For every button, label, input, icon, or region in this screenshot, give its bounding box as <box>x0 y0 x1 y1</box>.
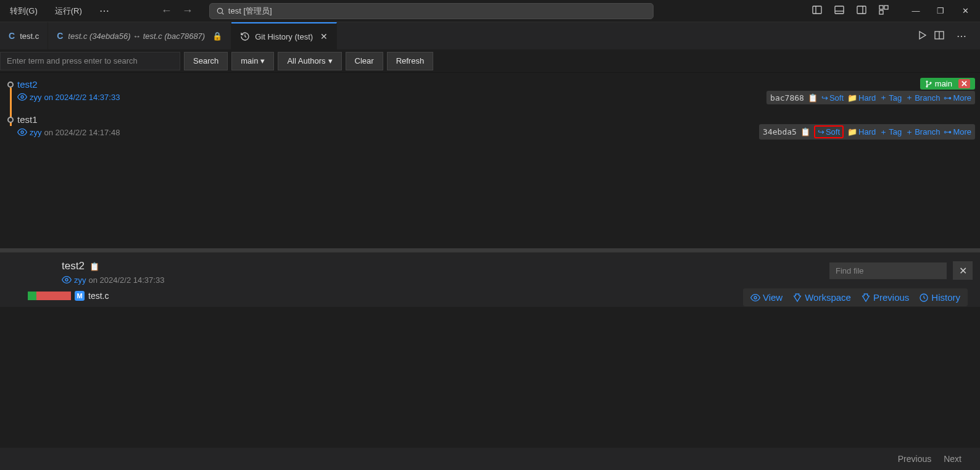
diff-heat-icon <box>28 292 71 300</box>
svg-point-16 <box>926 86 928 87</box>
commit-actions: 34ebda5 📋 ↪Soft 📁Hard ＋Tag ＋Branch ⊶More <box>759 124 975 140</box>
branch-button[interactable]: ＋Branch <box>905 92 940 103</box>
close-icon[interactable]: ✕ <box>320 31 328 41</box>
layout-panel-bottom-icon[interactable] <box>831 2 848 19</box>
lock-icon: 🔒 <box>212 31 222 41</box>
prev-page-button[interactable]: Previous <box>898 454 931 464</box>
detail-author: zyy <box>74 275 86 285</box>
authors-dropdown[interactable]: All Authors▾ <box>278 52 341 70</box>
detail-title: test2 <box>62 260 85 272</box>
branch-button[interactable]: ＋Branch <box>905 127 940 138</box>
tag-button[interactable]: ＋Tag <box>879 92 902 103</box>
modified-badge-icon: M <box>75 291 85 301</box>
delete-branch-icon[interactable]: ✕ <box>958 79 970 88</box>
eye-icon <box>17 92 27 102</box>
copy-icon[interactable]: 📋 <box>89 262 99 271</box>
c-file-icon: C <box>57 31 63 41</box>
eye-icon <box>62 275 72 285</box>
pagination-footer: Previous Next <box>0 448 980 470</box>
commit-list: test2 zyy on 2024/2/2 14:37:33 main ✕ ba… <box>0 73 980 248</box>
commit-title: test2 <box>17 79 973 90</box>
minimize-icon[interactable]: — <box>906 4 926 19</box>
branch-badge[interactable]: main ✕ <box>920 78 975 90</box>
workspace-button[interactable]: Workspace <box>792 292 851 303</box>
find-file-input[interactable] <box>829 262 947 279</box>
hard-reset-button[interactable]: 📁Hard <box>847 127 876 136</box>
commit-row[interactable]: test2 zyy on 2024/2/2 14:37:33 main ✕ ba… <box>0 73 980 108</box>
commit-hash: bac7868 <box>770 93 804 103</box>
commit-author: zyy <box>30 128 42 137</box>
commit-author: zyy <box>30 93 42 102</box>
customize-layout-icon[interactable] <box>875 2 892 19</box>
title-bar: 转到(G) 运行(R) ⋯ ← → test [管理员] — ❐ ✕ <box>0 0 980 22</box>
search-button[interactable]: Search <box>184 52 228 70</box>
close-window-icon[interactable]: ✕ <box>955 4 975 19</box>
tab-diff[interactable]: C test.c (34ebda56) ↔ test.c (bac78687) … <box>48 22 231 49</box>
svg-line-1 <box>222 12 223 14</box>
svg-point-0 <box>217 8 222 13</box>
maximize-icon[interactable]: ❐ <box>931 4 950 19</box>
filter-bar: Search main▾ All Authors▾ Clear Refresh <box>0 49 980 73</box>
previous-button[interactable]: Previous <box>861 292 909 303</box>
tag-button[interactable]: ＋Tag <box>879 127 902 138</box>
commit-row[interactable]: test1 zyy on 2024/2/2 14:17:48 34ebda5 📋… <box>0 108 980 143</box>
eye-icon <box>17 127 27 137</box>
history-button[interactable]: History <box>919 292 960 303</box>
tab-bar: C test.c C test.c (34ebda56) ↔ test.c (b… <box>0 22 980 49</box>
filename: test.c <box>88 291 109 301</box>
nav-back-icon[interactable]: ← <box>157 3 176 19</box>
svg-point-20 <box>754 296 757 299</box>
detail-date: on 2024/2/2 14:37:33 <box>89 275 165 285</box>
commit-title: test1 <box>17 114 973 125</box>
refresh-button[interactable]: Refresh <box>387 52 434 70</box>
commit-dot-icon <box>7 82 14 88</box>
menu-run[interactable]: 运行(R) <box>50 3 87 19</box>
svg-rect-8 <box>879 6 883 9</box>
svg-rect-9 <box>884 6 888 9</box>
menu-goto[interactable]: 转到(G) <box>5 3 43 19</box>
branch-icon <box>925 80 932 88</box>
svg-rect-2 <box>813 6 821 14</box>
commit-hash: 34ebda5 <box>763 127 797 136</box>
more-button[interactable]: ⊶More <box>944 93 971 103</box>
more-button[interactable]: ⊶More <box>944 127 971 136</box>
tab-label: test.c <box>20 31 39 41</box>
tab-git-history[interactable]: Git History (test) ✕ <box>231 22 337 49</box>
svg-point-17 <box>930 82 931 83</box>
view-button[interactable]: View <box>750 292 783 303</box>
chevron-down-icon: ▾ <box>328 56 333 65</box>
svg-point-14 <box>21 96 23 98</box>
svg-point-19 <box>65 279 68 281</box>
command-center[interactable]: test [管理员] <box>209 3 654 19</box>
tab-label: test.c (34ebda56) ↔ test.c (bac78687) <box>68 31 205 41</box>
menu-more-icon[interactable]: ⋯ <box>94 2 114 19</box>
search-icon <box>216 7 225 15</box>
close-detail-icon[interactable]: ✕ <box>953 261 973 280</box>
command-center-text: test [管理员] <box>228 6 272 17</box>
svg-rect-6 <box>857 6 866 14</box>
svg-point-18 <box>21 131 23 133</box>
run-icon[interactable] <box>917 30 927 42</box>
layout-sidebar-right-icon[interactable] <box>853 2 870 19</box>
copy-icon[interactable]: 📋 <box>800 127 810 136</box>
copy-icon[interactable]: 📋 <box>808 93 818 103</box>
soft-reset-button[interactable]: ↪Soft <box>818 127 840 136</box>
more-actions-icon[interactable]: ⋯ <box>952 28 971 44</box>
search-input[interactable] <box>0 52 180 70</box>
chevron-down-icon: ▾ <box>260 56 265 65</box>
svg-marker-11 <box>920 31 926 39</box>
next-page-button[interactable]: Next <box>944 454 961 464</box>
layout-sidebar-left-icon[interactable] <box>808 2 826 19</box>
branch-dropdown[interactable]: main▾ <box>231 52 274 70</box>
c-file-icon: C <box>9 31 15 41</box>
tab-testc[interactable]: C test.c <box>0 22 48 49</box>
svg-rect-10 <box>879 10 883 14</box>
clear-button[interactable]: Clear <box>346 52 383 70</box>
soft-reset-button[interactable]: ↪Soft <box>821 93 844 103</box>
hard-reset-button[interactable]: 📁Hard <box>847 93 876 103</box>
nav-forward-icon[interactable]: → <box>178 3 197 19</box>
commit-actions: bac7868 📋 ↪Soft 📁Hard ＋Tag ＋Branch ⊶More <box>766 91 975 104</box>
svg-rect-4 <box>835 6 844 14</box>
tab-label: Git History (test) <box>255 32 313 41</box>
split-editor-icon[interactable] <box>934 30 944 42</box>
